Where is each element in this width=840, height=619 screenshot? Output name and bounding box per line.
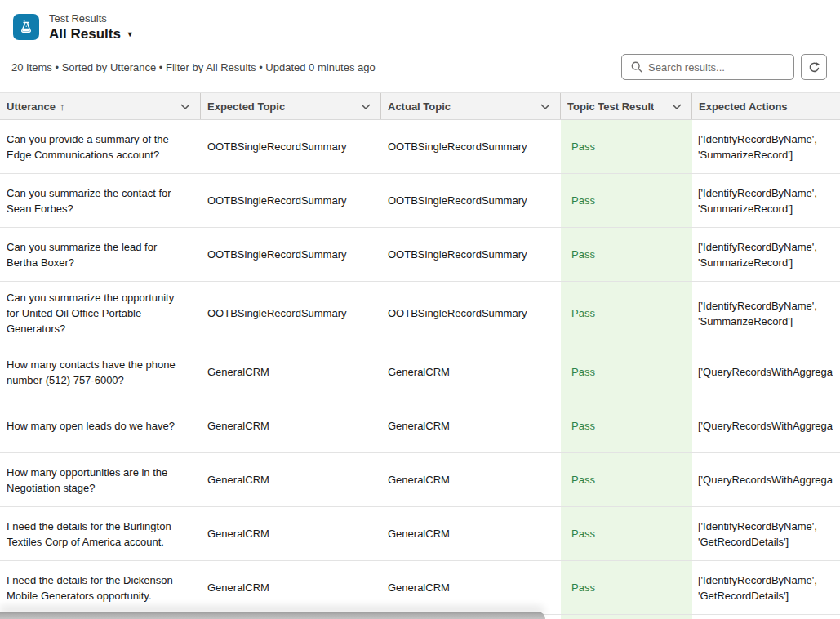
cell-expected-topic: OOTBSingleRecordSummary (201, 120, 381, 173)
table-row: How many opportunities are in the Negoti… (0, 453, 840, 507)
refresh-icon (808, 61, 820, 73)
cell-utterance: Can you summarize the opportunity for Un… (0, 282, 201, 345)
cell-expected-topic: GeneralCRM (201, 453, 381, 506)
column-header-utterance[interactable]: Utterance↑ (0, 93, 201, 119)
cell-expected-topic: OOTBSingleRecordSummary (201, 228, 381, 281)
column-label: Expected Actions (699, 100, 788, 113)
cell-utterance: How many opportunities are in the Negoti… (0, 453, 201, 506)
cell-topic-test-result: Pass (561, 399, 692, 452)
table-row: Can you summarize the contact for Sean F… (0, 174, 840, 228)
cell-expected-actions: ['QueryRecordsWithAggrega (692, 453, 840, 506)
cell-expected-topic: GeneralCRM (201, 561, 381, 614)
cell-utterance: Can you provide a summary of the Edge Co… (0, 120, 201, 173)
list-summary: 20 Items • Sorted by Utterance • Filter … (11, 61, 376, 73)
table-row: Can you provide a summary of the Edge Co… (0, 120, 840, 174)
cell-topic-test-result: Pass (561, 453, 692, 506)
list-toolbar: 20 Items • Sorted by Utterance • Filter … (0, 47, 840, 82)
table-row: I need the details for the Dickenson Mob… (0, 561, 840, 615)
cell-utterance: How many open leads do we have? (0, 399, 201, 452)
cell-expected-actions: ['IdentifyRecordByName', 'SummarizeRecor… (692, 228, 840, 281)
chevron-down-icon[interactable] (179, 100, 192, 113)
cell-expected-actions: ['IdentifyRecordByName', 'GetRecordDetai… (692, 561, 840, 614)
cell-expected-actions: ['IdentifyRecordByName', 'GetRecordDetai… (692, 507, 840, 560)
column-header-expected-actions[interactable]: Expected Actions (692, 93, 840, 119)
list-view-selector[interactable]: All Results ▼ (49, 25, 134, 42)
cell-utterance: Can you summarize the lead for Bertha Bo… (0, 228, 201, 281)
flask-icon (13, 14, 39, 40)
table-row: How many contacts have the phone number … (0, 345, 840, 399)
chevron-down-icon[interactable] (539, 100, 552, 113)
search-input[interactable] (648, 61, 793, 73)
table-row: I need the details for the Burlington Te… (0, 507, 840, 561)
docked-panel-edge (0, 612, 545, 619)
column-label: Expected Topic (207, 100, 285, 113)
cell-expected-actions: ['QueryRecordsWithAggrega (692, 399, 840, 452)
column-label: Topic Test Result (567, 100, 654, 113)
cell-topic-test-result: Pass (561, 282, 692, 345)
column-header-expected-topic[interactable]: Expected Topic (201, 93, 381, 119)
cell-actual-topic: GeneralCRM (381, 345, 561, 399)
cell-utterance: How many contacts have the phone number … (0, 345, 201, 399)
cell-actual-topic: OOTBSingleRecordSummary (381, 282, 561, 345)
column-header-topic-test-result[interactable]: Topic Test Result (561, 93, 692, 119)
cell-expected-actions: ['IdentifyRecordByName', (692, 615, 840, 619)
cell-utterance: I need the details for the Dickenson Mob… (0, 561, 201, 614)
chevron-down-icon[interactable] (670, 100, 683, 113)
cell-topic-test-result: Pass (561, 507, 692, 560)
cell-expected-topic: GeneralCRM (201, 399, 381, 452)
cell-actual-topic: OOTBSingleRecordSummary (381, 120, 561, 173)
cell-expected-topic: GeneralCRM (201, 345, 381, 399)
cell-utterance: Can you summarize the contact for Sean F… (0, 174, 201, 227)
cell-expected-topic: OOTBSingleRecordSummary (201, 174, 381, 227)
cell-actual-topic: GeneralCRM (381, 561, 561, 614)
search-box (621, 54, 794, 80)
table-row: Can you summarize the opportunity for Un… (0, 282, 840, 345)
page-header: Test Results All Results ▼ (0, 0, 840, 47)
table-body: Can you provide a summary of the Edge Co… (0, 120, 840, 619)
cell-expected-actions: ['IdentifyRecordByName', 'SummarizeRecor… (692, 174, 840, 227)
cell-actual-topic: GeneralCRM (381, 399, 561, 452)
column-label: Utterance (7, 100, 56, 113)
cell-expected-actions: ['IdentifyRecordByName', 'SummarizeRecor… (692, 282, 840, 345)
cell-topic-test-result: Pass (561, 174, 692, 227)
cell-topic-test-result: Pass (561, 228, 692, 281)
cell-topic-test-result: Pass (561, 120, 692, 173)
toolbar-actions (621, 54, 827, 80)
page-titles: Test Results All Results ▼ (49, 12, 134, 42)
object-name: Test Results (49, 12, 134, 25)
cell-topic-test-result (561, 615, 692, 619)
cell-expected-actions: ['IdentifyRecordByName', 'SummarizeRecor… (692, 120, 840, 173)
cell-expected-topic: GeneralCRM (201, 507, 381, 560)
arrow-up-icon: ↑ (60, 100, 65, 113)
refresh-button[interactable] (801, 54, 827, 80)
cell-actual-topic: OOTBSingleRecordSummary (381, 174, 561, 227)
column-label: Actual Topic (388, 100, 451, 113)
cell-utterance: I need the details for the Burlington Te… (0, 507, 201, 560)
cell-topic-test-result: Pass (561, 345, 692, 399)
table-row: How many open leads do we have?GeneralCR… (0, 399, 840, 453)
column-header-actual-topic[interactable]: Actual Topic (381, 93, 561, 119)
table-header: Utterance↑Expected TopicActual TopicTopi… (0, 92, 840, 120)
cell-actual-topic: OOTBSingleRecordSummary (381, 228, 561, 281)
search-icon (622, 61, 648, 73)
cell-actual-topic: GeneralCRM (381, 453, 561, 506)
cell-actual-topic: GeneralCRM (381, 507, 561, 560)
cell-expected-topic: OOTBSingleRecordSummary (201, 282, 381, 345)
cell-expected-actions: ['QueryRecordsWithAggrega (692, 345, 840, 399)
page-title: All Results (49, 25, 121, 42)
cell-topic-test-result: Pass (561, 561, 692, 614)
chevron-down-icon[interactable] (359, 100, 372, 113)
triangle-down-icon: ▼ (127, 29, 134, 38)
table-row: Can you summarize the lead for Bertha Bo… (0, 228, 840, 282)
results-table: Utterance↑Expected TopicActual TopicTopi… (0, 92, 840, 619)
